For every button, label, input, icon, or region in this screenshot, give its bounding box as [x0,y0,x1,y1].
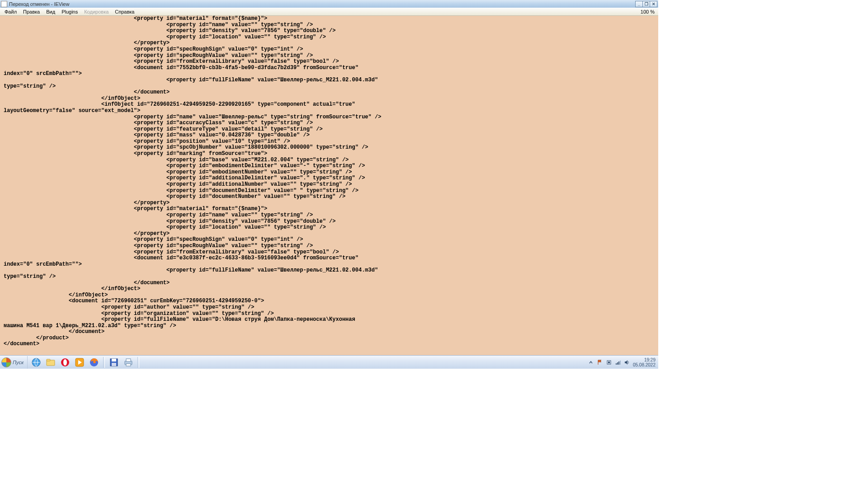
svg-rect-17 [617,362,618,365]
printer-icon[interactable] [123,357,134,368]
clock-date: 05.08.2022 [633,362,656,367]
menu-help[interactable]: Справка [112,9,137,14]
svg-rect-13 [126,364,131,366]
device-icon[interactable] [606,359,612,366]
clock[interactable]: 19:29 05.08.2022 [633,357,656,367]
menu-edit[interactable]: Правка [20,9,43,14]
document-content[interactable]: <property id="material" format="{$name}"… [0,16,658,355]
window-title: Переход отменен - IEView [9,1,636,7]
start-button[interactable]: Пуск [0,356,28,369]
start-label: Пуск [13,360,24,365]
svg-rect-10 [112,363,116,366]
svg-marker-20 [625,360,627,365]
minimize-button[interactable]: _ [635,1,643,7]
titlebar: Переход отменен - IEView _ ❐ ✕ [0,0,658,8]
menubar: Файл Правка Вид Plugins Кодировка Справк… [0,8,658,16]
clock-time: 19:29 [633,357,656,362]
window-controls: _ ❐ ✕ [636,1,657,7]
quick-launch [28,357,142,368]
network-icon[interactable] [615,359,621,366]
firefox-icon[interactable] [88,357,100,368]
taskbar-separator [137,357,139,368]
flag-icon[interactable] [597,359,603,366]
menu-view[interactable]: Вид [43,9,58,14]
windows-orb-icon [1,357,11,367]
menu-file[interactable]: Файл [1,9,20,14]
media-player-icon[interactable] [74,357,85,368]
ie-icon[interactable] [30,357,42,368]
system-tray: 19:29 05.08.2022 [585,357,658,367]
app-icon [1,1,7,7]
menu-plugins[interactable]: Plugins [58,9,81,14]
svg-rect-2 [47,359,50,361]
explorer-icon[interactable] [45,357,57,368]
svg-rect-9 [112,359,116,361]
save-icon[interactable] [108,357,120,368]
svg-rect-19 [620,361,621,365]
close-button[interactable]: ✕ [650,1,657,7]
svg-rect-18 [618,361,619,365]
taskbar: Пуск [0,355,658,369]
maximize-button[interactable]: ❐ [642,1,650,7]
menu-encoding: Кодировка [81,9,112,14]
svg-rect-16 [616,363,617,365]
svg-point-4 [63,359,67,366]
volume-icon[interactable] [624,359,630,366]
chevron-up-icon[interactable] [588,359,594,366]
zoom-level[interactable]: 100 % [637,9,658,14]
opera-icon[interactable] [59,357,71,368]
svg-rect-15 [608,361,610,363]
svg-rect-12 [126,359,131,361]
taskbar-separator [103,357,105,368]
